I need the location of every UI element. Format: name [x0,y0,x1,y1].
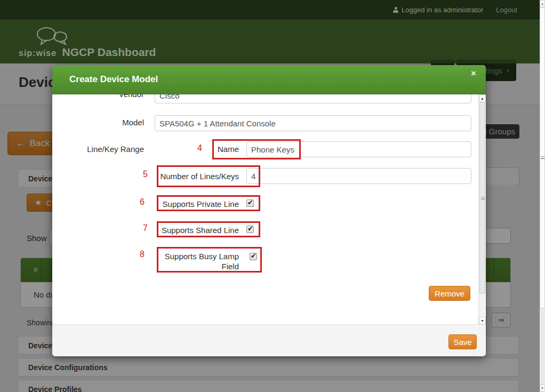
remove-button[interactable]: Remove [429,286,470,301]
scroll-up-icon[interactable]: ▲ [479,94,486,102]
logout-link[interactable]: Logout [496,6,517,14]
topbar: Logged in as administrator Logout [0,0,545,19]
vendor-label: Vendor [52,94,144,99]
logged-in-status: Logged in as administrator [393,6,483,14]
modal-title: Create Device Model [69,74,158,85]
logo-text: sip:wise [19,49,57,58]
remove-button-label: Remove [435,289,464,298]
sipwise-bubbles-icon [36,27,69,46]
save-button[interactable]: Save [448,334,477,349]
scroll-down-icon[interactable]: ▼ [540,385,545,391]
model-label: Model [52,118,144,127]
annotation-number-4: 4 [197,143,202,153]
annotation-box-8 [157,247,262,273]
logged-in-text: Logged in as administrator [402,6,483,14]
annotation-number-6: 6 [140,197,145,207]
num-lines-keys-input[interactable] [246,168,471,184]
annotation-box-5 [157,165,260,187]
annotation-box-4 [212,139,301,159]
annotation-box-6 [157,195,260,211]
window-scrollbar-thumb[interactable] [540,7,545,308]
product-title: NGCP Dashboard [62,46,156,58]
model-input[interactable] [155,115,471,131]
annotation-box-7 [157,221,260,237]
modal-footer: Save [52,324,486,356]
app-header: sip:wise NGCP Dashboard Settings ▾ [0,19,545,63]
annotation-number-8: 8 [140,250,145,259]
line-key-range-label: Line/Key Range [52,145,144,154]
scroll-down-icon[interactable]: ▼ [479,317,486,324]
user-icon [393,7,398,13]
annotation-number-5: 5 [143,170,148,179]
modal-header: Create Device Model × [52,65,486,94]
create-device-model-modal: Create Device Model × Vendor Model Line/… [52,65,486,356]
modal-scrollbar[interactable]: ▲ ▼ [478,94,485,324]
save-button-label: Save [453,338,471,347]
window-scrollbar[interactable]: ▲ ▼ [540,0,545,392]
modal-scrollbar-thumb[interactable] [479,102,485,293]
annotation-number-7: 7 [143,223,148,233]
vendor-input[interactable] [155,94,471,103]
close-icon[interactable]: × [471,68,476,79]
modal-body: Vendor Model Line/Key Range Name Number … [52,94,486,324]
scroll-up-icon[interactable]: ▲ [540,0,545,7]
